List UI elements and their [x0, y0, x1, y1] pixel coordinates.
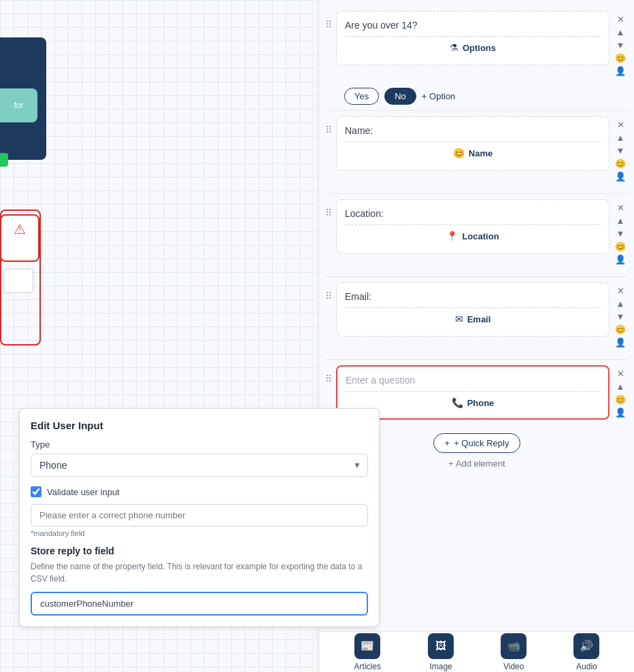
toolbar-item-image[interactable]: 🖼 Image — [428, 633, 454, 671]
close-btn-4[interactable]: ✕ — [612, 285, 629, 297]
drag-handle-4[interactable]: ⠿ — [325, 290, 332, 301]
phone-icon: 📞 — [452, 397, 463, 408]
email-icon: ✉ — [455, 314, 463, 324]
user-btn-3[interactable]: 👤 — [612, 254, 629, 265]
card-footer-2: 😊 Name — [345, 141, 601, 158]
node-green — [0, 153, 8, 167]
audio-icon: 🔊 — [573, 633, 599, 659]
validation-message-input[interactable] — [31, 504, 368, 526]
footer-label-3: Location — [462, 231, 499, 241]
store-reply-input[interactable] — [31, 592, 368, 616]
warning-icon: ⚠ — [14, 221, 26, 237]
toolbar-item-audio[interactable]: 🔊 Audio — [573, 633, 599, 671]
card-actions-3: ✕ ▲ ▼ 😊 👤 — [612, 202, 629, 265]
card-actions-2: ✕ ▲ ▼ 😊 👤 — [612, 119, 629, 182]
up-btn-5[interactable]: ▲ — [612, 381, 629, 392]
audio-label: Audio — [576, 662, 597, 671]
card-actions-4: ✕ ▲ ▼ 😊 👤 — [612, 285, 629, 348]
card-footer-1: ⚗ Options — [345, 36, 601, 53]
card-footer-4: ✉ Email — [345, 307, 601, 324]
quick-reply-button[interactable]: + + Quick Reply — [433, 433, 521, 453]
smiley-btn-3[interactable]: 😊 — [612, 241, 629, 252]
toolbar-item-articles[interactable]: 📰 Articles — [354, 633, 381, 671]
mandatory-text: *mandatory field — [31, 529, 368, 537]
down-btn-2[interactable]: ▼ — [612, 145, 629, 156]
node-cyan: for — [0, 88, 37, 122]
divider-1 — [325, 110, 629, 111]
drag-handle-1[interactable]: ⠿ — [325, 19, 332, 30]
question-card-wrapper-2: ⠿ Name: 😊 Name ✕ ▲ ▼ 😊 👤 — [325, 116, 629, 182]
question-text-1: Are you over 14? — [345, 20, 601, 31]
option-yes[interactable]: Yes — [344, 88, 379, 105]
close-btn-1[interactable]: ✕ — [612, 14, 629, 25]
up-btn-3[interactable]: ▲ — [612, 215, 629, 226]
smiley-btn-2[interactable]: 😊 — [612, 158, 629, 169]
user-btn-2[interactable]: 👤 — [612, 171, 629, 182]
drag-handle-2[interactable]: ⠿ — [325, 124, 332, 135]
question-card-wrapper-1: ⠿ Are you over 14? ⚗ Options ✕ ▲ ▼ 😊 👤 — [325, 11, 629, 77]
smiley-btn-1[interactable]: 😊 — [612, 52, 629, 64]
footer-label-4: Email — [467, 314, 491, 324]
location-icon: 📍 — [446, 231, 458, 241]
down-btn-3[interactable]: ▼ — [612, 228, 629, 239]
user-btn-5[interactable]: 👤 — [612, 407, 629, 418]
card-actions-1: ✕ ▲ ▼ 😊 👤 — [612, 14, 629, 77]
filter-icon: ⚗ — [450, 42, 458, 53]
divider-3 — [325, 276, 629, 277]
add-option-btn[interactable]: + Option — [422, 91, 456, 101]
validate-checkbox[interactable] — [31, 486, 41, 497]
up-btn-4[interactable]: ▲ — [612, 298, 629, 309]
toolbar-item-video[interactable]: 📹 Video — [501, 633, 527, 671]
footer-label-2: Name — [469, 148, 493, 158]
image-icon: 🖼 — [428, 633, 454, 659]
add-element-button[interactable]: + Add element — [448, 458, 505, 469]
type-select-wrapper: Phone Text Email Number Date Location ▼ — [31, 454, 368, 477]
store-reply-label: Store reply to field — [31, 545, 368, 556]
up-btn-1[interactable]: ▲ — [612, 27, 629, 38]
close-btn-2[interactable]: ✕ — [612, 119, 629, 131]
card-footer-5: 📞 Phone — [346, 391, 600, 408]
question-card-wrapper-3: ⠿ Location: 📍 Location ✕ ▲ ▼ 😊 👤 — [325, 199, 629, 265]
type-select[interactable]: Phone Text Email Number Date Location — [31, 454, 368, 477]
validate-label[interactable]: Validate user input — [47, 487, 120, 497]
question-card-2: Name: 😊 Name — [336, 116, 610, 171]
close-btn-5[interactable]: ✕ — [612, 368, 629, 380]
image-label: Image — [429, 662, 452, 671]
question-text-4: Email: — [345, 291, 601, 302]
question-card-4: Email: ✉ Email — [336, 282, 610, 337]
card-footer-3: 📍 Location — [345, 224, 601, 241]
drag-handle-3[interactable]: ⠿ — [325, 207, 332, 218]
question-text-3: Location: — [345, 208, 601, 219]
node-white-box — [3, 269, 33, 293]
divider-2 — [325, 193, 629, 194]
smiley-btn-5[interactable]: 😊 — [612, 394, 629, 405]
user-btn-4[interactable]: 👤 — [612, 337, 629, 348]
articles-label: Articles — [354, 662, 381, 671]
video-icon: 📹 — [501, 633, 527, 659]
store-reply-desc: Define the name of the property field. T… — [31, 560, 368, 585]
question-card-3: Location: 📍 Location — [336, 199, 610, 254]
user-btn-1[interactable]: 👤 — [612, 65, 629, 77]
divider-4 — [325, 359, 629, 360]
option-no[interactable]: No — [384, 88, 416, 105]
question-card-1: Are you over 14? ⚗ Options — [336, 11, 610, 65]
options-row-1: Yes No + Option — [344, 88, 629, 105]
name-icon: 😊 — [453, 148, 465, 158]
card-actions-5: ✕ ▲ 😊 👤 — [612, 368, 629, 418]
down-btn-4[interactable]: ▼ — [612, 311, 629, 322]
smiley-btn-4[interactable]: 😊 — [612, 324, 629, 335]
question-text-5: Enter a question — [346, 375, 600, 386]
down-btn-1[interactable]: ▼ — [612, 39, 629, 51]
node-warning: ⚠ — [0, 214, 39, 262]
drag-handle-5[interactable]: ⠿ — [325, 373, 332, 384]
footer-label-5: Phone — [467, 398, 495, 408]
articles-icon: 📰 — [354, 633, 380, 659]
question-card-wrapper-4: ⠿ Email: ✉ Email ✕ ▲ ▼ 😊 👤 — [325, 282, 629, 348]
video-label: Video — [503, 662, 524, 671]
up-btn-2[interactable]: ▲ — [612, 132, 629, 144]
plus-icon: + — [445, 438, 450, 448]
footer-label-1: Options — [463, 43, 496, 53]
bottom-toolbar: 📰 Articles 🖼 Image 📹 Video 🔊 Audio — [320, 631, 634, 672]
question-text-2: Name: — [345, 125, 601, 136]
close-btn-3[interactable]: ✕ — [612, 202, 629, 214]
